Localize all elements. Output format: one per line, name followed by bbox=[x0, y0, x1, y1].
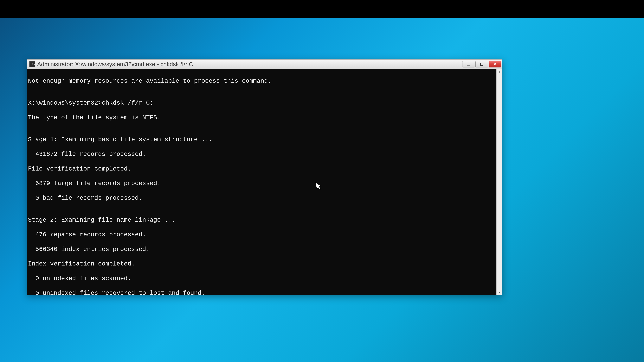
minimize-button[interactable] bbox=[462, 61, 475, 67]
console-line: 0 unindexed files recovered to lost and … bbox=[28, 290, 502, 295]
maximize-button[interactable] bbox=[476, 61, 488, 67]
console-line: File verification completed. bbox=[28, 165, 502, 172]
titlebar[interactable]: C:\ Administrator: X:\windows\system32\c… bbox=[28, 59, 502, 69]
console-line: Index verification completed. bbox=[28, 260, 502, 268]
scroll-down-arrow-icon[interactable]: ▾ bbox=[496, 289, 502, 295]
console-line: The type of the file system is NTFS. bbox=[28, 114, 502, 121]
close-icon bbox=[492, 62, 497, 67]
console-line: 0 unindexed files scanned. bbox=[28, 275, 502, 282]
scroll-up-arrow-icon[interactable]: ▴ bbox=[496, 69, 502, 75]
minimize-icon bbox=[466, 62, 471, 66]
console-line: Not enough memory resources are availabl… bbox=[28, 77, 502, 85]
console-line: Stage 1: Examining basic file system str… bbox=[28, 136, 502, 143]
window-controls bbox=[462, 61, 501, 67]
console-output[interactable]: Not enough memory resources are availabl… bbox=[28, 69, 502, 295]
cmd-window: C:\ Administrator: X:\windows\system32\c… bbox=[27, 59, 502, 295]
console-line: 566340 index entries processed. bbox=[28, 246, 502, 253]
maximize-icon bbox=[480, 62, 484, 66]
console-line: Stage 2: Examining file name linkage ... bbox=[28, 216, 502, 224]
console-line: 6879 large file records processed. bbox=[28, 180, 502, 187]
console-line: 0 bad file records processed. bbox=[28, 194, 502, 202]
console-line: X:\windows\system32>chkdsk /f/r C: bbox=[28, 99, 502, 107]
console-line: 476 reparse records processed. bbox=[28, 231, 502, 238]
window-title: Administrator: X:\windows\system32\cmd.e… bbox=[37, 61, 462, 68]
close-button[interactable] bbox=[488, 61, 501, 67]
console-line: 431872 file records processed. bbox=[28, 151, 502, 158]
cmd-icon: C:\ bbox=[29, 61, 35, 67]
svg-rect-1 bbox=[480, 63, 483, 65]
scrollbar[interactable]: ▴ ▾ bbox=[496, 69, 502, 295]
monitor-bezel-top bbox=[0, 0, 644, 18]
svg-rect-0 bbox=[467, 65, 470, 65]
